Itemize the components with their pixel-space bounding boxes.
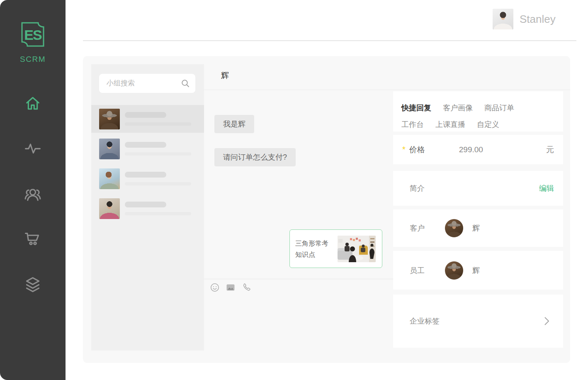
chat-card-thumbnail: [338, 236, 376, 262]
username: Stanley: [520, 13, 556, 26]
layers-icon: [24, 275, 42, 293]
sidebar-item-layers[interactable]: [23, 275, 42, 294]
contact-text-placeholder: [125, 172, 191, 185]
contacts-panel: [91, 64, 204, 351]
activity-icon: [24, 139, 42, 158]
sidebar-item-shop[interactable]: [23, 229, 42, 248]
staff-name: 辉: [472, 266, 480, 275]
image-icon[interactable]: [226, 283, 236, 292]
price-unit: 元: [546, 144, 554, 155]
group-search: [99, 74, 195, 93]
home-icon: [24, 94, 42, 112]
sidebar-item-home[interactable]: [23, 94, 42, 113]
tab-live-class[interactable]: 上课直播: [435, 119, 465, 129]
tab-product-orders[interactable]: 商品订单: [484, 103, 514, 113]
enterprise-tags-label: 企业标签: [410, 316, 440, 326]
chevron-right-icon: [542, 316, 552, 326]
contact-text-placeholder: [125, 142, 191, 156]
tab-workbench[interactable]: 工作台: [401, 119, 424, 129]
enterprise-tags-row[interactable]: 企业标签: [393, 295, 563, 348]
user-menu[interactable]: Stanley: [493, 9, 556, 29]
staff-avatar: [445, 261, 463, 280]
sidebar-item-users[interactable]: [23, 184, 42, 203]
price-row: * 价格 299.00 元: [393, 135, 563, 164]
intro-row: 简介 编辑: [393, 171, 563, 206]
price-value: 299.00: [459, 145, 483, 154]
customer-avatar: [445, 219, 463, 237]
sidebar-item-activity[interactable]: [23, 139, 42, 158]
panel-tabs: 快捷回复 客户画像 商品订单 工作台 上课直播 自定义: [393, 91, 563, 132]
search-icon[interactable]: [180, 78, 190, 88]
chat-message: 请问订单怎么支付?: [214, 148, 296, 166]
contact-avatar: [99, 139, 120, 159]
sidebar: ES SCRM: [0, 0, 66, 380]
tab-customer-profile[interactable]: 客户画像: [443, 103, 473, 113]
header-divider: [83, 40, 576, 41]
contact-list: [91, 105, 204, 224]
main-panel: 辉 我是辉 请问订单怎么支付? 三角形常考知识点: [83, 56, 570, 363]
app-window: ES SCRM: [0, 0, 588, 380]
staff-label: 员工: [410, 266, 425, 275]
customer-row: 客户 辉: [393, 209, 563, 247]
chat-toolbar: [210, 283, 251, 292]
app-logo: ES: [20, 21, 46, 48]
contact-text-placeholder: [125, 112, 191, 126]
contact-list-item[interactable]: [91, 105, 204, 133]
contact-avatar: [99, 168, 120, 189]
phone-icon[interactable]: [241, 283, 251, 292]
brand-label: SCRM: [20, 55, 46, 64]
contact-avatar: [99, 198, 120, 219]
contact-list-item[interactable]: [91, 135, 204, 163]
sidebar-nav: [23, 94, 42, 294]
emoji-icon[interactable]: [210, 283, 220, 292]
price-label: 价格: [409, 144, 425, 155]
contact-avatar: [99, 109, 120, 129]
chat-card-message[interactable]: 三角形常考知识点: [289, 229, 382, 268]
contact-list-item[interactable]: [91, 165, 204, 192]
customer-name: 辉: [472, 223, 480, 233]
office-photo-image: [338, 236, 376, 262]
intro-label: 简介: [410, 183, 425, 193]
cart-icon: [24, 230, 42, 248]
avatar: [493, 9, 513, 29]
edit-button[interactable]: 编辑: [539, 183, 554, 193]
logo-letters: ES: [20, 21, 46, 48]
required-mark: *: [402, 145, 406, 154]
chat-card-text: 三角形常考知识点: [295, 238, 333, 260]
tab-custom[interactable]: 自定义: [477, 119, 499, 129]
staff-row: 员工 辉: [393, 251, 563, 290]
chat-title: 辉: [221, 70, 229, 81]
users-icon: [24, 185, 42, 203]
customer-label: 客户: [410, 223, 425, 233]
contact-list-item[interactable]: [91, 195, 204, 222]
tab-quick-reply[interactable]: 快捷回复: [401, 103, 431, 113]
chat-message: 我是辉: [214, 115, 254, 133]
chat-header: 辉: [204, 56, 570, 90]
contact-text-placeholder: [125, 202, 191, 215]
